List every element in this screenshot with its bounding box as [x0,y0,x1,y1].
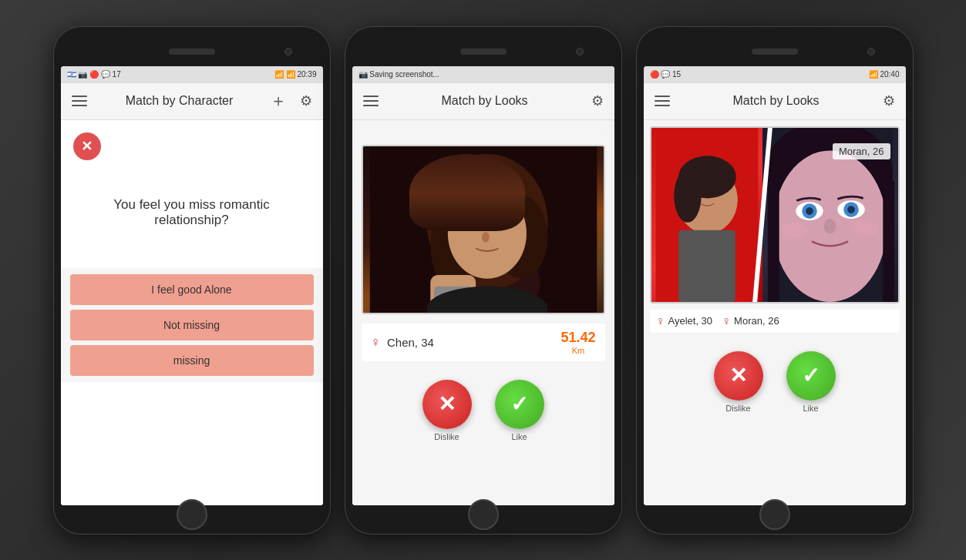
menu-line [72,105,87,106]
screen-2: 📷 Saving screenshot... Match by Looks ⚙ [352,66,614,505]
home-button-1[interactable] [177,499,207,530]
match-content-3: Moran, 26 ♀ Ayelet, 30 ♀ Moran, 26 ✕ Dis… [644,120,906,505]
status-left-3: 🔴 💬 15 [650,70,682,79]
status-bar-2: 📷 Saving screenshot... [352,66,614,83]
like-label-2: Like [511,432,527,441]
status-right-3: 📶 20:40 [869,70,900,79]
svg-point-8 [482,231,490,242]
svg-point-18 [694,191,703,197]
status-left-2: 📷 Saving screenshot... [358,70,439,79]
question-text: You feel you miss romantic relationship? [73,169,311,256]
dislike-wrap-3: ✕ Dislike [714,351,763,413]
menu-button-1[interactable] [67,89,92,113]
screen-1: 🇮🇱 📷 🔴 💬 17 📶 📶 20:39 Match by Character… [61,66,323,505]
settings-button-1[interactable]: ⚙ [295,90,317,112]
dislike-button-2[interactable]: ✕ [422,380,472,429]
home-area-3 [644,508,906,521]
like-wrap-2: ✓ Like [495,380,544,441]
bottom-spacer [61,382,323,505]
dislike-label-3: Dislike [725,404,750,413]
settings-button-2[interactable]: ⚙ [587,90,608,112]
menu-line [363,96,379,97]
question-area: ✕ You feel you miss romantic relationshi… [61,120,323,268]
svg-point-29 [823,218,836,233]
menu-line [655,96,670,97]
speaker-2 [460,49,507,55]
screen-3: 🔴 💬 15 📶 20:40 Match by Looks ⚙ [644,66,906,505]
gender-icon-chen: ♀ [371,334,382,350]
moran-name: Moran, 26 [734,315,779,327]
svg-rect-32 [767,180,779,301]
home-area-1 [61,508,323,521]
svg-point-28 [847,206,855,213]
distance-value-chen: 51.42 [560,330,595,346]
top-spacer-2 [352,120,614,136]
status-icons-left-2: 📷 Saving screenshot... [358,70,439,79]
menu-button-3[interactable] [650,89,675,113]
action-buttons-2: ✕ Dislike ✓ Like [352,367,614,454]
status-time-1: 📶 📶 20:39 [274,70,317,79]
app-title-1: Match by Character [98,94,261,108]
home-button-2[interactable] [468,499,499,530]
phone-top-2 [352,40,614,63]
distance-unit-chen: Km [560,346,595,355]
close-button[interactable]: ✕ [73,132,101,160]
like-button-2[interactable]: ✓ [495,380,544,429]
gender-icon-moran: ♀ [722,314,731,328]
dislike-wrap-2: ✕ Dislike [422,380,472,441]
speaker-1 [169,49,215,55]
menu-line [363,100,379,102]
profile-info-chen: ♀ Chen, 34 51.42 Km [362,324,605,361]
dual-profile-info: ♀ Ayelet, 30 ♀ Moran, 26 [650,310,900,333]
profile-image-chen [362,145,605,314]
ayelet-svg [651,128,762,302]
match-content-2: ♀ Chen, 34 51.42 Km ✕ Dislike ✓ Like [352,120,614,505]
app-bar-2: Match by Looks ⚙ [352,83,614,120]
phone-3: 🔴 💬 15 📶 20:40 Match by Looks ⚙ [636,26,914,535]
status-bar-1: 🇮🇱 📷 🔴 💬 17 📶 📶 20:39 [61,66,323,83]
add-button-1[interactable]: ＋ [268,90,289,112]
app-bar-1: Match by Character ＋ ⚙ [61,83,323,120]
status-time-3: 📶 20:40 [869,70,900,79]
status-bar-3: 🔴 💬 15 📶 20:40 [644,66,906,83]
svg-point-6 [466,222,478,230]
phone-top-3 [644,40,906,63]
moran-name-overlay: Moran, 26 [839,146,884,157]
status-right-1: 📶 📶 20:39 [274,70,317,79]
menu-button-2[interactable] [358,89,383,113]
answer-button-3[interactable]: missing [70,345,314,376]
like-label-3: Like [803,404,818,413]
front-camera-3 [867,48,875,55]
answer-button-1[interactable]: I feel good Alone [70,274,314,305]
svg-point-19 [710,190,719,196]
status-icons-left-3: 🔴 💬 15 [650,70,682,79]
split-profile-image: Moran, 26 [650,126,900,303]
settings-button-3[interactable]: ⚙ [878,90,900,112]
svg-point-30 [780,222,807,237]
split-image-wrapper: Moran, 26 [651,128,898,302]
moran-overlay: Moran, 26 [833,143,890,159]
menu-line [655,100,670,102]
svg-rect-17 [678,230,735,301]
ayelet-name: Ayelet, 30 [668,315,713,327]
dislike-button-3[interactable]: ✕ [714,351,763,401]
front-camera-1 [284,48,292,55]
menu-line [72,100,87,102]
status-left-1: 🇮🇱 📷 🔴 💬 17 [67,70,121,79]
svg-point-31 [851,220,878,236]
app-title-2: Match by Looks [389,94,581,108]
phone-top-1 [61,40,323,63]
like-button-3[interactable]: ✓ [786,351,836,401]
profile-name-chen: Chen, 34 [387,336,554,349]
left-profile-img [651,128,762,302]
profile-photo-chen [363,146,604,313]
menu-line [363,105,379,106]
answer-button-2[interactable]: Not missing [70,310,314,340]
svg-point-25 [806,207,813,215]
home-button-3[interactable] [759,499,790,530]
phone1-content: ✕ You feel you miss romantic relationshi… [61,120,323,505]
dislike-label-2: Dislike [434,432,459,441]
like-wrap-3: ✓ Like [786,351,836,413]
answers-area: I feel good Alone Not missing missing [61,268,323,382]
svg-rect-33 [883,180,894,301]
